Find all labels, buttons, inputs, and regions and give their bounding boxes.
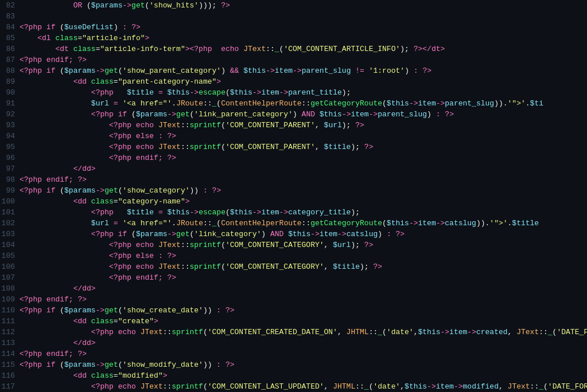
code-content: </dd> [20,163,96,174]
code-content: <dd class="modified"> [20,370,168,381]
line-number: 100 [0,196,20,207]
code-content: </dd> [20,283,96,294]
code-editor: 82 OR ($params->get('show_hits'))); ?> 8… [0,0,587,392]
code-content: <?php if ($params->get('show_modify_date… [20,359,235,370]
line-number: 87 [0,54,20,65]
line-number: 86 [0,44,20,54]
line-number: 94 [0,131,20,142]
code-line-94: 94 <?php else : ?> [0,131,587,142]
line-number: 92 [0,109,20,120]
code-line-101: 101 <?php $title = $this->escape($this->… [0,207,587,218]
line-number: 117 [0,381,20,392]
code-content: <?php echo JText::sprintf('COM_CONTENT_P… [20,120,364,131]
code-line-98: 98 <?php endif; ?> [0,174,587,185]
code-content: <?php echo JText::sprintf('COM_CONTENT_C… [20,261,382,272]
code-content: <?php endif; ?> [20,272,176,283]
line-number: 105 [0,250,20,261]
code-content: <dd class="category-name"> [20,196,190,207]
code-line-110: 110 <?php if ($params->get('show_create_… [0,305,587,316]
code-content: <?php endif; ?> [20,174,87,185]
code-content: <?php if ($params->get('link_category') … [20,229,405,240]
line-number: 112 [0,327,20,338]
code-content: <?php endif; ?> [20,348,87,359]
code-content: $url = '<a href="'.JRoute::_(ContentHelp… [20,218,539,229]
code-line-117: 117 <?php echo JText::sprintf('COM_CONTE… [0,381,587,392]
code-line-84: 84 <?php if ($useDefList) : ?> [0,22,587,33]
code-line-95: 95 <?php echo JText::sprintf('COM_CONTEN… [0,142,587,152]
line-number: 103 [0,229,20,240]
line-number: 99 [0,185,20,196]
line-number: 110 [0,305,20,316]
code-content: $url = '<a href="'.JRoute::_(ContentHelp… [20,98,543,109]
line-number: 90 [0,87,20,98]
line-number: 101 [0,207,20,218]
code-line-87: 87 <?php endif; ?> [0,54,587,65]
line-number: 111 [0,316,20,327]
code-line-103: 103 <?php if ($params->get('link_categor… [0,229,587,240]
code-content: </dd> [20,338,96,348]
line-number: 91 [0,98,20,109]
line-number: 114 [0,348,20,359]
code-content: <dd class="parent-category-name"> [20,76,221,87]
code-content: <?php if ($params->get('link_parent_cate… [20,109,454,120]
line-number: 97 [0,163,20,174]
code-content: <?php if ($useDefList) : ?> [20,22,141,33]
code-content: <?php echo JText::sprintf('COM_CONTENT_C… [20,240,373,250]
line-number: 116 [0,370,20,381]
code-line-109: 109 <?php endif; ?> [0,294,587,305]
code-line-106: 106 <?php echo JText::sprintf('COM_CONTE… [0,261,587,272]
code-line-102: 102 $url = '<a href="'.JRoute::_(Content… [0,218,587,229]
line-number: 108 [0,283,20,294]
code-line-85: 85 <dl class="article-info"> [0,33,587,44]
line-number: 104 [0,240,20,250]
code-line-92: 92 <?php if ($params->get('link_parent_c… [0,109,587,120]
line-number: 113 [0,338,20,348]
line-number: 109 [0,294,20,305]
code-line-93: 93 <?php echo JText::sprintf('COM_CONTEN… [0,120,587,131]
code-line-83: 83 [0,11,587,22]
code-line-104: 104 <?php echo JText::sprintf('COM_CONTE… [0,240,587,250]
code-line-113: 113 </dd> [0,338,587,348]
code-line-89: 89 <dd class="parent-category-name"> [0,76,587,87]
line-number: 84 [0,22,20,33]
code-line-96: 96 <?php endif; ?> [0,152,587,163]
code-content: <?php $title = $this->escape($this->item… [20,87,351,98]
code-content: <?php echo JText::sprintf('COM_CONTENT_C… [20,327,587,338]
code-line-90: 90 <?php $title = $this->escape($this->i… [0,87,587,98]
code-content [20,11,24,22]
line-number: 88 [0,65,20,76]
code-line-91: 91 $url = '<a href="'.JRoute::_(ContentH… [0,98,587,109]
code-line-114: 114 <?php endif; ?> [0,348,587,359]
code-content: <?php echo JText::sprintf('COM_CONTENT_P… [20,142,373,152]
code-line-116: 116 <dd class="modified"> [0,370,587,381]
line-number: 96 [0,152,20,163]
code-content: <?php else : ?> [20,131,176,142]
code-line-100: 100 <dd class="category-name"> [0,196,587,207]
line-number: 93 [0,120,20,131]
code-line-108: 108 </dd> [0,283,587,294]
code-line-82: 82 OR ($params->get('show_hits'))); ?> [0,0,587,11]
line-number: 85 [0,33,20,44]
code-content: <?php endif; ?> [20,294,87,305]
line-number: 107 [0,272,20,283]
code-line-112: 112 <?php echo JText::sprintf('COM_CONTE… [0,327,587,338]
code-content: OR ($params->get('show_hits'))); ?> [20,0,230,11]
code-content: <?php else : ?> [20,250,176,261]
code-content: <dl class="article-info"> [20,33,149,44]
code-content: <?php if ($params->get('show_parent_cate… [20,65,431,76]
code-content: <?php endif; ?> [20,152,176,163]
code-content: <dd class="create"> [20,316,158,327]
code-content: <?php $title = $this->escape($this->item… [20,207,360,218]
code-line-105: 105 <?php else : ?> [0,250,587,261]
line-number: 89 [0,76,20,87]
code-line-97: 97 </dd> [0,163,587,174]
line-number: 98 [0,174,20,185]
code-line-107: 107 <?php endif; ?> [0,272,587,283]
line-number: 82 [0,0,20,11]
code-content: <?php if ($params->get('show_create_date… [20,305,235,316]
code-content: <dt class="article-info-term"><?php echo… [20,44,445,54]
code-line-115: 115 <?php if ($params->get('show_modify_… [0,359,587,370]
line-number: 102 [0,218,20,229]
line-number: 95 [0,142,20,152]
line-number: 83 [0,11,20,22]
